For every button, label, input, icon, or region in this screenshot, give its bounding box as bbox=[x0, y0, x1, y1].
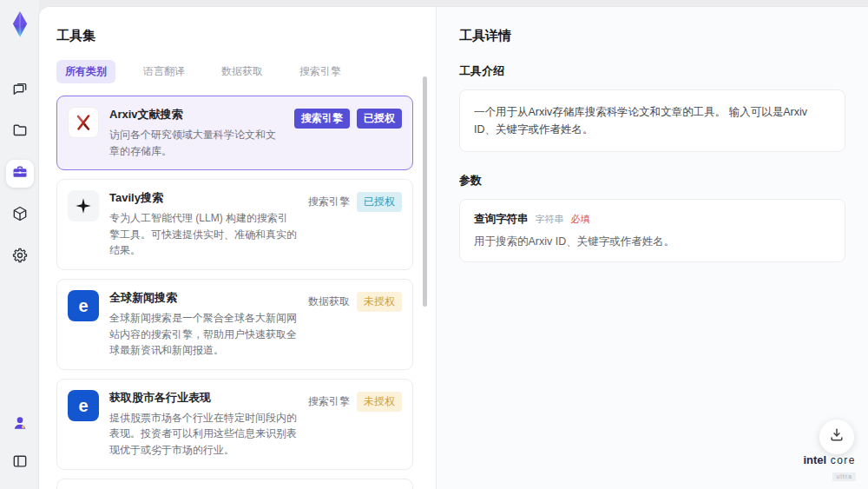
page-title: 工具集 bbox=[56, 28, 413, 44]
tool-detail-pane: 工具详情 工具介绍 一个用于从Arxiv存储库搜索科学论文和文章的工具。 输入可… bbox=[437, 7, 868, 489]
tool-description: 专为人工智能代理 (LLM) 构建的搜索引擎工具。可快速提供实时、准确和真实的结… bbox=[109, 210, 298, 259]
rail-items bbox=[6, 76, 34, 271]
tool-name: 全球新闻搜索 bbox=[109, 290, 298, 306]
tool-name: Tavily搜索 bbox=[109, 190, 298, 206]
sidebar-item-folder[interactable] bbox=[6, 118, 34, 146]
tavily-logo-icon bbox=[68, 190, 99, 221]
param-name: 查询字符串 bbox=[474, 212, 529, 227]
params-heading: 参数 bbox=[459, 173, 845, 188]
download-icon bbox=[828, 426, 845, 447]
global-news-logo-icon: e bbox=[68, 290, 99, 321]
cube-icon bbox=[11, 205, 29, 226]
tool-card[interactable]: e全球新闻搜索全球新闻搜索是一个聚合全球各大新闻网站内容的搜索引擎，帮助用户快速… bbox=[56, 279, 413, 370]
tool-list: Arxiv文献搜索访问各个研究领域大量科学论文和文章的存储库。搜索引擎已授权Ta… bbox=[56, 96, 413, 489]
detail-title: 工具详情 bbox=[459, 28, 845, 44]
sidebar-item-toolbox[interactable] bbox=[6, 160, 34, 188]
briefcase-icon bbox=[11, 163, 29, 184]
toolset-pane: 工具集 所有类别语言翻译数据获取搜索引擎 Arxiv文献搜索访问各个研究领域大量… bbox=[39, 7, 437, 489]
svg-text:e: e bbox=[78, 396, 88, 415]
tool-card[interactable]: Tavily搜索专为人工智能代理 (LLM) 构建的搜索引擎工具。可快速提供实时… bbox=[56, 179, 413, 270]
folder-icon bbox=[11, 122, 29, 142]
tool-card[interactable]: e获取股市各行业表现提供股票市场各个行业在特定时间段内的表现。投资者可以利用这些… bbox=[56, 379, 413, 470]
sidebar-item-chat[interactable] bbox=[6, 76, 34, 104]
tool-card[interactable]: e获取市场最活跃股票信息提供当天交易量最高的股票列表，投资者可以利用这些信息来识… bbox=[56, 479, 413, 489]
gear-icon bbox=[11, 247, 29, 268]
tool-name: Arxiv文献搜索 bbox=[109, 107, 284, 122]
status-badge: 已授权 bbox=[357, 192, 402, 212]
param-type: 字符串 bbox=[536, 213, 564, 226]
tool-card[interactable]: Arxiv文献搜索访问各个研究领域大量科学论文和文章的存储库。搜索引擎已授权 bbox=[56, 96, 413, 170]
tab-category-1[interactable]: 语言翻译 bbox=[135, 60, 194, 83]
app-window: 工具集 所有类别语言翻译数据获取搜索引擎 Arxiv文献搜索访问各个研究领域大量… bbox=[0, 0, 868, 489]
panel-toggle-icon bbox=[11, 453, 29, 473]
category-tabs: 所有类别语言翻译数据获取搜索引擎 bbox=[56, 60, 413, 83]
param-required-badge: 必填 bbox=[571, 213, 590, 226]
rail-bottom bbox=[6, 411, 34, 477]
download-button[interactable] bbox=[819, 420, 854, 454]
status-badge: 未授权 bbox=[357, 392, 402, 412]
tool-description: 提供股票市场各个行业在特定时间段内的表现。投资者可以利用这些信息来识别表现优于或… bbox=[109, 410, 298, 459]
arxiv-logo-icon bbox=[68, 107, 99, 138]
tab-category-2[interactable]: 数据获取 bbox=[213, 60, 272, 83]
intro-box: 一个用于从Arxiv存储库搜索科学论文和文章的工具。 输入可以是Arxiv ID… bbox=[459, 89, 845, 152]
sidebar-item-panel-toggle[interactable] bbox=[6, 449, 34, 477]
tab-category-0[interactable]: 所有类别 bbox=[56, 60, 115, 83]
param-desc: 用于搜索的Arxiv ID、关键字或作者姓名。 bbox=[474, 235, 831, 249]
avatar-icon bbox=[11, 414, 29, 435]
category-badge: 搜索引擎 bbox=[294, 109, 350, 129]
sidebar-item-models[interactable] bbox=[6, 202, 34, 229]
category-badge: 搜索引擎 bbox=[308, 192, 350, 212]
category-badge: 数据获取 bbox=[308, 292, 350, 312]
sidebar-item-settings[interactable] bbox=[6, 243, 34, 271]
intel-core-logo: intel core ultra bbox=[803, 452, 856, 482]
tool-description: 全球新闻搜索是一个聚合全球各大新闻网站内容的搜索引擎，帮助用户快速获取全球最新资… bbox=[109, 310, 298, 359]
list-scrollbar[interactable] bbox=[423, 76, 427, 307]
status-badge: 已授权 bbox=[357, 109, 402, 129]
svg-text:e: e bbox=[78, 296, 88, 315]
app-logo-icon bbox=[7, 10, 33, 38]
intro-heading: 工具介绍 bbox=[459, 63, 845, 79]
tool-description: 访问各个研究领域大量科学论文和文章的存储库。 bbox=[109, 127, 284, 159]
sidebar-item-account[interactable] bbox=[6, 411, 34, 439]
tool-name: 获取股市各行业表现 bbox=[109, 390, 298, 406]
param-box: 查询字符串 字符串 必填 用于搜索的Arxiv ID、关键字或作者姓名。 bbox=[459, 199, 845, 262]
stock-sector-logo-icon: e bbox=[68, 390, 99, 421]
left-nav-rail bbox=[0, 0, 39, 489]
category-badge: 搜索引擎 bbox=[308, 392, 350, 412]
tab-category-3[interactable]: 搜索引擎 bbox=[291, 60, 350, 83]
main-area: 工具集 所有类别语言翻译数据获取搜索引擎 Arxiv文献搜索访问各个研究领域大量… bbox=[39, 0, 868, 489]
status-badge: 未授权 bbox=[357, 292, 402, 312]
chat-icon bbox=[11, 80, 29, 101]
